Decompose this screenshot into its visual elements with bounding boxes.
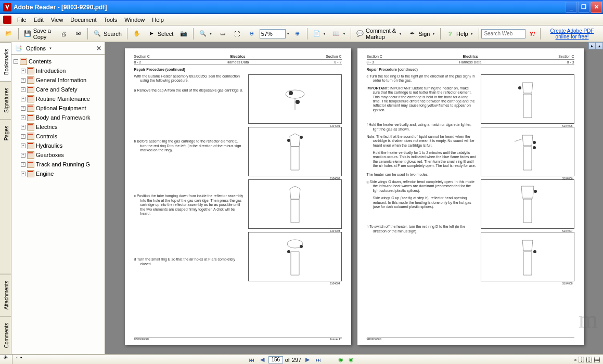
- svg-point-17: [534, 190, 537, 193]
- sign-button[interactable]: ✒Sign▼: [405, 28, 438, 40]
- menu-help[interactable]: Help: [148, 16, 168, 24]
- zoom-in-button[interactable]: 🔍▼: [196, 28, 215, 40]
- menu-window[interactable]: Window: [121, 16, 148, 24]
- expand-icon[interactable]: [21, 144, 25, 148]
- scroll-right-arrow[interactable]: ▸: [588, 42, 596, 49]
- menu-document[interactable]: Document: [67, 16, 100, 24]
- tab-bookmarks[interactable]: Bookmarks: [0, 42, 11, 81]
- snapshot-button[interactable]: 📷: [177, 28, 190, 40]
- tree-node[interactable]: Hydraulics: [21, 141, 102, 150]
- tab-comments[interactable]: Comments: [0, 316, 11, 354]
- tree-node[interactable]: Body and Framework: [21, 113, 102, 122]
- email-button[interactable]: ✉: [71, 28, 85, 40]
- minimize-button[interactable]: _: [566, 2, 577, 13]
- expand-icon[interactable]: [21, 78, 25, 83]
- zoom-out-button[interactable]: ⊖: [245, 28, 259, 40]
- help-button[interactable]: ?Help▼: [443, 28, 476, 40]
- tree-node[interactable]: Electrics: [21, 122, 102, 132]
- menu-file[interactable]: File: [14, 16, 30, 24]
- ebook-icon: 📖: [332, 30, 340, 38]
- expand-icon[interactable]: [21, 87, 25, 92]
- prev-page-button[interactable]: ◀: [258, 356, 266, 364]
- tree-node[interactable]: Care and Safety: [21, 85, 102, 94]
- bookmark-icon: [27, 95, 34, 102]
- tree-node[interactable]: General Information: [21, 75, 102, 85]
- svg-point-1: [289, 91, 293, 95]
- rotate-button[interactable]: 📄▼: [310, 28, 329, 40]
- options-button[interactable]: Options: [26, 45, 46, 51]
- create-pdf-link[interactable]: Create Adobe PDF online for free!: [543, 28, 601, 40]
- next-page-button[interactable]: ▶: [303, 356, 312, 364]
- zoom-actual-button[interactable]: ▭: [216, 28, 229, 40]
- close-button[interactable]: ✕: [591, 2, 602, 13]
- printer-icon: 🖨: [59, 30, 68, 38]
- page-layout2-icon[interactable]: ▪: [20, 354, 22, 365]
- expand-icon[interactable]: [21, 69, 25, 73]
- expand-icon[interactable]: [21, 97, 25, 101]
- tree-node[interactable]: Routine Maintenance: [21, 94, 102, 103]
- bookmark-icon: [27, 114, 34, 121]
- fit-page-button[interactable]: ⛶: [230, 28, 244, 40]
- svg-rect-6: [291, 199, 299, 223]
- tree-node[interactable]: Track and Running G: [21, 160, 102, 169]
- expand-icon[interactable]: [21, 172, 25, 176]
- expand-icon[interactable]: [21, 134, 25, 139]
- tab-attachments[interactable]: Attachments: [0, 274, 11, 316]
- zoom-input[interactable]: [260, 29, 286, 38]
- expand-icon[interactable]: [21, 106, 25, 111]
- expand-icon[interactable]: [21, 153, 25, 158]
- tree-node[interactable]: Engine: [21, 169, 102, 178]
- page-layout-icon[interactable]: ▫: [16, 354, 18, 365]
- last-page-button[interactable]: ⏭: [314, 356, 322, 364]
- comment-button[interactable]: 💬Comment & Markup▼: [354, 28, 404, 40]
- window-title: Adobe Reader - [9803-9290.pdf]: [14, 4, 566, 11]
- continuous-facing-icon[interactable]: ⿳: [594, 357, 600, 363]
- tree-node[interactable]: Optional Equipment: [21, 103, 102, 113]
- zoom-in-icon: 🔍: [199, 30, 207, 38]
- expand-icon[interactable]: [21, 162, 25, 167]
- comment-icon: 💬: [356, 30, 364, 38]
- facing-icon[interactable]: ⿲: [586, 357, 592, 363]
- select-tool-button[interactable]: ➤Select: [145, 28, 176, 40]
- search-button[interactable]: 🔍Search: [91, 28, 124, 40]
- forward-button[interactable]: ◉: [347, 356, 355, 364]
- page-number-input[interactable]: [268, 356, 283, 363]
- pdf-page-left: Section C Electrics Section C 8 - 2 Harn…: [125, 48, 351, 345]
- hand-tool-button[interactable]: ✋: [130, 28, 144, 40]
- open-button[interactable]: 📂: [2, 28, 16, 40]
- expand-icon[interactable]: [21, 115, 25, 120]
- tab-signatures[interactable]: Signatures: [0, 81, 11, 119]
- scroll-up-button[interactable]: ▴: [596, 42, 603, 49]
- tree-root[interactable]: Contents: [14, 57, 102, 66]
- expand-icon[interactable]: [21, 125, 25, 129]
- panel-close-button[interactable]: ✕: [96, 45, 101, 52]
- bookmark-icon: [27, 105, 34, 112]
- plus-icon: ⊕: [293, 30, 302, 38]
- first-page-button[interactable]: ⏮: [248, 356, 256, 364]
- tab-pages[interactable]: Pages: [0, 119, 11, 147]
- yahoo-button[interactable]: Y!: [527, 28, 537, 40]
- tree-node[interactable]: Gearboxes: [21, 150, 102, 160]
- tree-node[interactable]: Controls: [21, 132, 102, 141]
- collapse-icon[interactable]: [14, 59, 18, 64]
- total-pages: 297: [292, 357, 301, 363]
- zoom-plus-button[interactable]: ⊕: [291, 28, 304, 40]
- single-page-icon[interactable]: ▫: [574, 357, 576, 363]
- maximize-button[interactable]: ❐: [578, 2, 589, 13]
- menu-edit[interactable]: Edit: [30, 16, 47, 24]
- tree-node[interactable]: Introduction: [21, 66, 102, 75]
- svg-rect-18: [523, 252, 532, 275]
- continuous-icon[interactable]: ⿰: [579, 357, 584, 363]
- ebook-button[interactable]: 📖▼: [329, 28, 348, 40]
- bookmark-icon: [27, 142, 34, 149]
- doc-icon: [3, 16, 11, 24]
- menu-view[interactable]: View: [47, 16, 67, 24]
- save-copy-button[interactable]: 💾Save a Copy: [21, 28, 56, 40]
- back-button[interactable]: ◉: [337, 356, 345, 364]
- zoom-dropdown[interactable]: ▼: [287, 32, 290, 35]
- print-button[interactable]: 🖨: [57, 28, 70, 40]
- svg-rect-7: [291, 252, 299, 275]
- menu-tools[interactable]: Tools: [100, 16, 121, 24]
- document-area[interactable]: ▴ ▸ Section C Electrics Section C 8 - 2 …: [105, 42, 603, 354]
- search-web-input[interactable]: [481, 29, 525, 38]
